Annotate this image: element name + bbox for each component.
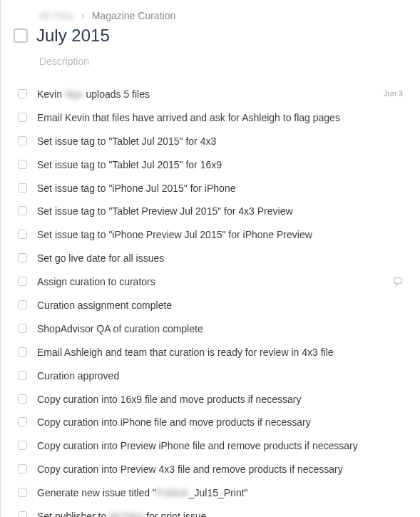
task-checkbox[interactable] (18, 89, 27, 98)
task-text[interactable]: Set publisher to All Files for print iss… (37, 510, 406, 517)
task-text[interactable]: Set issue tag to "Tablet Jul 2015" for 4… (37, 135, 406, 148)
task-row[interactable]: Curation approved (14, 364, 407, 388)
task-row[interactable]: Set issue tag to "iPhone Jul 2015" for i… (14, 177, 407, 200)
task-text[interactable]: Set issue tag to "Tablet Preview Jul 201… (37, 205, 406, 218)
task-row[interactable]: Copy curation into Preview iPhone file a… (14, 434, 407, 458)
task-checkbox[interactable] (18, 417, 27, 426)
breadcrumb: All Files › Magazine Curation (39, 10, 407, 21)
task-row[interactable]: Email Ashleigh and team that curation is… (14, 341, 407, 364)
project-checkbox[interactable] (14, 29, 28, 43)
task-text[interactable]: Copy curation into Preview 4x3 file and … (37, 463, 406, 476)
task-text[interactable]: Copy curation into 16x9 file and move pr… (37, 393, 406, 406)
task-checkbox[interactable] (18, 371, 27, 380)
task-row[interactable]: Set issue tag to "Tablet Preview Jul 201… (14, 200, 407, 223)
task-date: Jun 3 (384, 89, 403, 98)
task-text[interactable]: Set issue tag to "iPhone Preview Jul 201… (37, 228, 406, 242)
task-row[interactable]: Set issue tag to "iPhone Preview Jul 201… (14, 223, 407, 247)
task-checkbox[interactable] (18, 394, 27, 404)
task-checkbox[interactable] (18, 160, 27, 169)
task-row[interactable]: Copy curation into Preview 4x3 file and … (14, 458, 407, 481)
task-text[interactable]: Set issue tag to "Tablet Jul 2015" for 1… (37, 158, 406, 172)
redacted-text: Ngo (65, 88, 83, 100)
comment-icon[interactable] (393, 277, 403, 287)
task-row[interactable]: Set publisher to All Files for print iss… (14, 505, 407, 517)
task-row[interactable]: Set issue tag to "Tablet Jul 2015" for 4… (14, 130, 407, 153)
task-row[interactable]: ShopAdvisor QA of curation complete (14, 317, 407, 341)
task-row[interactable]: Email Kevin that files have arrived and … (14, 106, 407, 130)
task-checkbox[interactable] (18, 113, 27, 122)
task-row[interactable]: Set go live date for all issues (14, 247, 407, 270)
task-checkbox[interactable] (18, 253, 27, 262)
task-row[interactable]: Kevin Ngo uploads 5 filesJun 3 (14, 83, 407, 106)
task-row[interactable]: Copy curation into 16x9 file and move pr… (14, 388, 407, 411)
task-checkbox[interactable] (18, 300, 27, 309)
task-checkbox[interactable] (18, 136, 27, 145)
task-checkbox[interactable] (18, 464, 27, 474)
task-checkbox[interactable] (18, 511, 27, 517)
task-text[interactable]: Copy curation into iPhone file and move … (37, 416, 406, 429)
task-checkbox[interactable] (18, 324, 27, 333)
task-row[interactable]: Assign curation to curators (14, 270, 407, 294)
task-checkbox[interactable] (18, 347, 27, 357)
task-text[interactable]: Email Kevin that files have arrived and … (37, 111, 406, 125)
task-row[interactable]: Set issue tag to "Tablet Jul 2015" for 1… (14, 153, 407, 177)
breadcrumb-parent[interactable]: All Files (39, 10, 74, 21)
task-row[interactable]: Curation assignment complete (14, 294, 407, 317)
task-text[interactable]: Email Ashleigh and team that curation is… (37, 346, 406, 359)
task-text[interactable]: Set go live date for all issues (37, 252, 406, 265)
task-row[interactable]: Generate new issue titled "Publish_Jul15… (14, 481, 407, 505)
task-list: Kevin Ngo uploads 5 filesJun 3Email Kevi… (14, 83, 407, 517)
task-text[interactable]: Assign curation to curators (37, 275, 383, 289)
breadcrumb-current[interactable]: Magazine Curation (92, 10, 176, 21)
chevron-right-icon: › (81, 10, 85, 21)
task-checkbox[interactable] (18, 183, 27, 193)
task-checkbox[interactable] (18, 488, 27, 497)
task-text[interactable]: Kevin Ngo uploads 5 files (37, 88, 374, 101)
task-checkbox[interactable] (18, 441, 27, 450)
task-text[interactable]: Curation assignment complete (37, 299, 406, 312)
task-text[interactable]: Set issue tag to "iPhone Jul 2015" for i… (37, 182, 406, 195)
task-text[interactable]: ShopAdvisor QA of curation complete (37, 322, 406, 336)
task-checkbox[interactable] (18, 277, 27, 286)
description-field[interactable]: Description (39, 56, 407, 67)
redacted-text: All Files (108, 511, 143, 517)
redacted-text: Publish (156, 487, 189, 498)
task-checkbox[interactable] (18, 206, 27, 215)
task-checkbox[interactable] (18, 230, 27, 239)
title-row: July 2015 (14, 26, 407, 46)
project-title[interactable]: July 2015 (36, 26, 110, 46)
task-text[interactable]: Copy curation into Preview iPhone file a… (37, 439, 406, 453)
task-text[interactable]: Curation approved (37, 369, 406, 383)
task-text[interactable]: Generate new issue titled "Publish_Jul15… (37, 486, 406, 500)
task-row[interactable]: Copy curation into iPhone file and move … (14, 411, 407, 434)
